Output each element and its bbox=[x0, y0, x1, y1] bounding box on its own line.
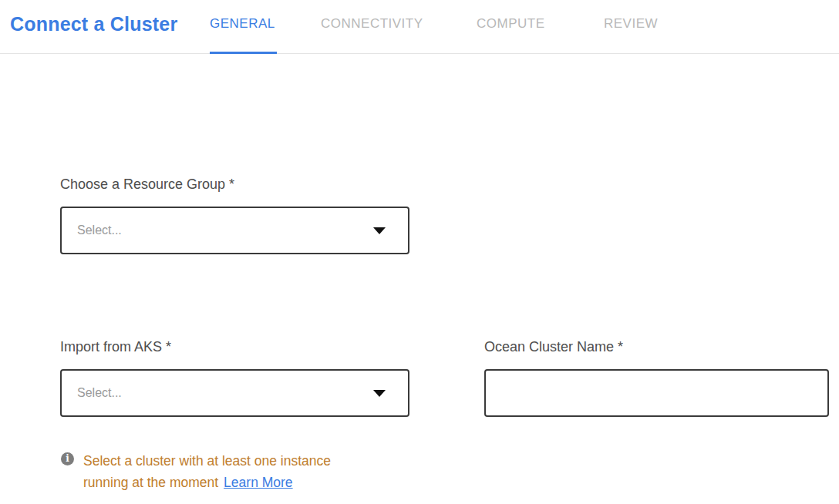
tab-connectivity[interactable]: CONNECTIVITY bbox=[321, 16, 423, 32]
import-aks-placeholder: Select... bbox=[62, 386, 122, 400]
info-note-message: Select a cluster with at least one insta… bbox=[83, 453, 331, 490]
active-tab-indicator bbox=[210, 52, 277, 54]
tab-compute[interactable]: COMPUTE bbox=[477, 16, 545, 32]
tab-general[interactable]: GENERAL bbox=[210, 16, 275, 32]
import-aks-select[interactable]: Select... bbox=[60, 369, 409, 417]
import-aks-label: Import from AKS * bbox=[60, 339, 171, 355]
info-note-text: Select a cluster with at least one insta… bbox=[83, 450, 362, 493]
connect-cluster-page: Connect a Cluster GENERAL CONNECTIVITY C… bbox=[0, 0, 839, 504]
cluster-info-note: i Select a cluster with at least one ins… bbox=[61, 450, 369, 493]
chevron-down-icon bbox=[373, 227, 386, 234]
resource-group-label: Choose a Resource Group * bbox=[60, 176, 234, 193]
info-icon: i bbox=[61, 452, 74, 465]
chevron-down-icon bbox=[373, 390, 386, 397]
resource-group-placeholder: Select... bbox=[62, 223, 122, 237]
ocean-cluster-name-label: Ocean Cluster Name * bbox=[484, 339, 623, 355]
page-title: Connect a Cluster bbox=[10, 13, 177, 35]
learn-more-link[interactable]: Learn More bbox=[224, 475, 293, 490]
resource-group-select[interactable]: Select... bbox=[60, 207, 409, 254]
ocean-cluster-name-input[interactable] bbox=[484, 369, 829, 417]
tab-review[interactable]: REVIEW bbox=[604, 16, 658, 32]
wizard-header: Connect a Cluster GENERAL CONNECTIVITY C… bbox=[0, 0, 839, 54]
